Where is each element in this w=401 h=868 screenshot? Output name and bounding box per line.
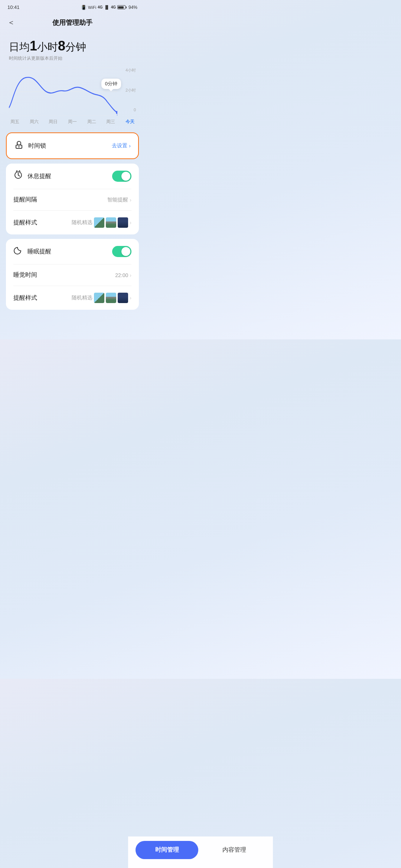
cards-section: 时间锁 去设置 ›	[0, 125, 145, 310]
sleep-time-chevron: ›	[130, 272, 131, 278]
reminder-interval-value-row: 智能提醒 ›	[107, 197, 131, 203]
x-label-mon: 周一	[68, 119, 77, 125]
chart-x-labels: 周五 周六 周日 周一 周二 周三 今天	[9, 116, 136, 125]
sleep-time-row[interactable]: 睡觉时间 22:00 ›	[6, 264, 139, 286]
time-lock-action[interactable]: 去设置 ›	[112, 142, 131, 149]
reminder-style-value-row: 随机精选 ›	[72, 217, 131, 228]
x-label-sat: 周六	[30, 119, 39, 125]
reminder-style-thumbnails	[94, 217, 128, 228]
sleep-reminder-label: 睡眠提醒	[27, 248, 51, 256]
sleep-reminder-row: 睡眠提醒	[6, 239, 139, 264]
signal-bars-icon: ▐▌	[104, 5, 109, 9]
status-bar: 10:41 📳 WiFi 4G ▐▌ 4G 94%	[0, 0, 145, 13]
wifi-icon: WiFi	[88, 5, 96, 10]
rest-reminder-icon	[13, 170, 23, 182]
line-chart-svg	[9, 68, 117, 116]
signal-4g-icon: 4G	[98, 5, 102, 9]
reminder-interval-chevron: ›	[130, 197, 131, 203]
back-button[interactable]: ＜	[7, 16, 18, 29]
x-label-fri: 周五	[10, 119, 19, 125]
sleep-style-value: 随机精选	[72, 295, 92, 301]
sleep-style-row[interactable]: 提醒样式 随机精选 ›	[6, 286, 139, 310]
sleep-thumb-1	[94, 293, 104, 303]
sleep-thumb-3	[118, 293, 128, 303]
svg-line-12	[16, 171, 17, 171]
vibrate-icon: 📳	[81, 5, 87, 10]
sleep-style-chevron: ›	[130, 295, 131, 301]
reminder-style-value: 随机精选	[72, 219, 92, 226]
daily-avg-display: 日均1小时8分钟	[9, 38, 136, 54]
sleep-style-thumbnails	[94, 293, 128, 303]
thumb-1	[94, 217, 104, 228]
chart-tooltip: 0分钟	[101, 79, 121, 89]
usage-chart: 4小时 2小时 0	[0, 62, 145, 125]
time-lock-icon	[14, 140, 24, 152]
battery-indicator: 94%	[117, 5, 137, 10]
rest-reminder-row: 休息提醒	[6, 164, 139, 189]
reminder-interval-label: 提醒间隔	[13, 196, 37, 204]
thumb-2	[106, 217, 116, 228]
reminder-interval-row[interactable]: 提醒间隔 智能提醒 ›	[6, 189, 139, 210]
x-label-today: 今天	[125, 119, 134, 125]
thumb-3	[118, 217, 128, 228]
page-title: 使用管理助手	[18, 18, 127, 27]
sleep-style-label: 提醒样式	[13, 294, 37, 302]
sleep-reminder-card: 睡眠提醒 睡觉时间 22:00 › 提醒样式 随机精选	[6, 239, 139, 310]
time-lock-card[interactable]: 时间锁 去设置 ›	[6, 132, 139, 159]
reminder-style-chevron: ›	[130, 220, 131, 226]
stats-subtitle: 时间统计从更新版本后开始	[9, 55, 136, 62]
rest-reminder-toggle[interactable]	[112, 171, 131, 182]
sleep-time-value: 22:00	[115, 272, 128, 278]
reminder-style-row[interactable]: 提醒样式 随机精选 ›	[6, 211, 139, 234]
sleep-thumb-2	[106, 293, 116, 303]
time-lock-chevron: ›	[129, 143, 131, 149]
rest-reminder-label: 休息提醒	[27, 172, 51, 180]
svg-line-13	[19, 171, 20, 171]
battery-percent: 94%	[128, 5, 137, 10]
status-icons: 📳 WiFi 4G ▐▌ 4G 94%	[81, 5, 137, 10]
signal-4g-2-icon: 4G	[111, 5, 116, 9]
svg-line-11	[18, 175, 20, 176]
rest-reminder-card: 休息提醒 提醒间隔 智能提醒 › 提醒样式 随机精选	[6, 164, 139, 234]
sleep-time-value-row: 22:00 ›	[115, 272, 131, 278]
x-label-wed: 周三	[106, 119, 115, 125]
reminder-style-label: 提醒样式	[13, 219, 37, 227]
reminder-interval-value: 智能提醒	[107, 197, 128, 203]
sleep-reminder-icon	[13, 246, 23, 257]
sleep-reminder-toggle[interactable]	[112, 246, 131, 257]
status-time: 10:41	[7, 4, 20, 10]
x-label-tue: 周二	[87, 119, 96, 125]
daily-avg-prefix: 日均	[9, 41, 30, 53]
daily-avg-hours: 1小时8分钟	[30, 38, 86, 53]
x-label-sun: 周日	[49, 119, 58, 125]
time-lock-label: 时间锁	[28, 142, 46, 150]
page-header: ＜ 使用管理助手	[0, 13, 145, 35]
sleep-time-label: 睡觉时间	[13, 271, 37, 279]
stats-section: 日均1小时8分钟 时间统计从更新版本后开始	[0, 35, 145, 62]
sleep-style-value-row: 随机精选 ›	[72, 293, 131, 303]
